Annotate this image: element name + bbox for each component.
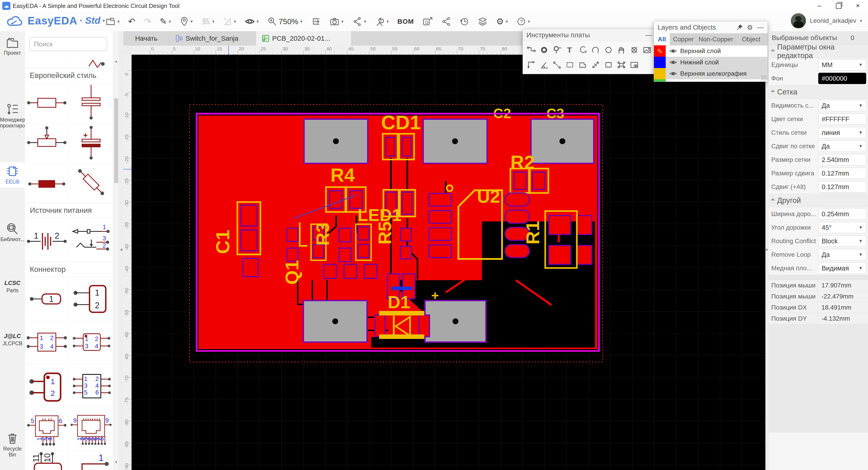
silkscreen-label[interactable]: LED1 bbox=[358, 206, 401, 225]
layer-color-bottom[interactable] bbox=[654, 57, 666, 68]
export-gerber-button[interactable]: G bbox=[420, 14, 436, 29]
layers-tab-object[interactable]: Object bbox=[735, 33, 767, 45]
track-width-input[interactable]: 0.254mm bbox=[818, 208, 866, 220]
layers-tab-all[interactable]: All bbox=[654, 33, 670, 45]
zoom-control[interactable]: 750% ▾ bbox=[265, 14, 305, 29]
lib-item-rj11-jack[interactable]: 5 6 1234 bbox=[25, 408, 69, 451]
eye-icon[interactable] bbox=[669, 60, 677, 65]
bom-button[interactable]: BOM bbox=[395, 14, 416, 29]
snap-size-input[interactable]: 0.127mm bbox=[818, 168, 866, 179]
share-button[interactable] bbox=[439, 14, 454, 29]
tab-start[interactable]: Начать bbox=[123, 31, 169, 45]
grid-size-input[interactable]: 2.540mm bbox=[818, 154, 866, 165]
file-menu-button[interactable]: ▾ bbox=[103, 14, 122, 29]
sidebar-item-design-manager[interactable]: Менеджер проектиро bbox=[0, 103, 25, 129]
undo-button[interactable]: ↶ bbox=[125, 14, 138, 29]
remove-loop-select[interactable]: Да▼ bbox=[818, 249, 866, 260]
lib-item-rj45-jack[interactable]: 9 9 12345678 bbox=[69, 408, 113, 451]
grid-style-select[interactable]: линия▼ bbox=[818, 127, 866, 138]
tool-solid-region[interactable] bbox=[576, 57, 589, 72]
history-button[interactable] bbox=[457, 14, 472, 29]
tool-track[interactable] bbox=[525, 42, 537, 57]
help-button[interactable]: ? ▾ bbox=[514, 14, 533, 29]
tool-image[interactable] bbox=[641, 42, 653, 57]
snap-select[interactable]: Да▼ bbox=[818, 140, 866, 152]
layer-manager-button[interactable] bbox=[475, 14, 490, 29]
lib-item-partial-zigzag[interactable] bbox=[69, 57, 113, 68]
align-button[interactable]: ▾ bbox=[199, 14, 217, 29]
close-button[interactable]: × bbox=[850, 1, 866, 10]
lib-item-potentiometer[interactable] bbox=[25, 123, 69, 163]
layers-panel-title[interactable]: Layers and Objects ⚙ — bbox=[654, 22, 767, 33]
tool-angle[interactable] bbox=[537, 57, 550, 72]
tool-dimension[interactable] bbox=[525, 57, 537, 72]
right-panel-divider[interactable]: ▶ bbox=[765, 31, 769, 470]
tab-schematic[interactable]: Switch_for_Sanja bbox=[169, 31, 256, 45]
lib-item-battery[interactable]: 12 bbox=[25, 218, 69, 262]
lib-item-connector-2pin-key[interactable]: 12 bbox=[25, 364, 69, 407]
eye-icon[interactable] bbox=[669, 49, 677, 54]
lib-item-connector-4pin-key[interactable]: 1324 bbox=[69, 320, 113, 364]
pcb-canvas[interactable]: C2 C3 CD1 bbox=[131, 55, 765, 470]
section-editor-params[interactable]: Параметры окна редактора bbox=[769, 44, 868, 58]
track-angle-select[interactable]: 45°▼ bbox=[818, 222, 866, 233]
lib-item-dc-jack[interactable]: 132 bbox=[69, 218, 113, 262]
tool-measure[interactable] bbox=[589, 57, 602, 72]
scrollbar-thumb[interactable] bbox=[114, 98, 118, 183]
sidebar-item-jlcpcb[interactable]: J@LC JLCPCB bbox=[0, 333, 25, 347]
lib-item-resistor-filled[interactable] bbox=[25, 163, 69, 203]
lib-item-resistor-diagonal[interactable] bbox=[69, 163, 113, 203]
tool-circle[interactable] bbox=[602, 42, 615, 57]
view-button[interactable]: ▾ bbox=[242, 14, 261, 29]
layer-color-topsilk[interactable] bbox=[654, 68, 666, 79]
grid-color-input[interactable]: #FFFFFF bbox=[818, 114, 866, 125]
tool-arc[interactable] bbox=[576, 42, 589, 57]
layers-tab-noncopper[interactable]: Non-Copper bbox=[697, 33, 735, 45]
tool-group[interactable] bbox=[615, 57, 628, 72]
minimize-button[interactable]: – bbox=[811, 1, 827, 10]
lib-item-connector-6pin[interactable]: 135246 bbox=[69, 364, 113, 407]
lib-item-polarized-capacitor[interactable]: + bbox=[69, 123, 113, 163]
easyeda-logo[interactable]: EasyEDA · Std ▾ bbox=[6, 13, 105, 28]
layer-color-top[interactable]: ✎ bbox=[654, 45, 666, 57]
scroll-up-icon[interactable]: ▲ bbox=[114, 59, 119, 63]
user-menu[interactable]: Leonid_arkadjev ▾ bbox=[791, 13, 862, 29]
alt-snap-input[interactable]: 0.127mm bbox=[818, 181, 866, 192]
maximize-button[interactable] bbox=[831, 1, 846, 10]
layers-tab-copper[interactable]: Copper bbox=[670, 33, 697, 45]
flip-button[interactable]: ▾ bbox=[220, 14, 239, 29]
minimize-panel-icon[interactable]: — bbox=[757, 24, 764, 31]
section-grid[interactable]: Сетка bbox=[769, 85, 868, 99]
scroll-down-icon[interactable]: ▼ bbox=[114, 460, 119, 464]
sidebar-item-eelib[interactable]: EELib bbox=[0, 162, 25, 188]
lib-item-partial-multipin[interactable]: 1110 bbox=[25, 451, 69, 470]
tool-panelize[interactable] bbox=[628, 57, 641, 72]
eye-icon[interactable] bbox=[669, 71, 677, 76]
tool-via[interactable] bbox=[550, 42, 563, 57]
collapse-right-icon[interactable]: ▶ bbox=[766, 248, 769, 251]
tool-arc-cw[interactable] bbox=[589, 42, 602, 57]
panel-resize-handle[interactable] bbox=[761, 75, 767, 81]
lib-item-partial[interactable] bbox=[25, 57, 69, 68]
lib-item-partial-corner[interactable]: 1 bbox=[69, 451, 113, 470]
redo-button[interactable]: ↷ bbox=[141, 14, 154, 29]
tool-connect-pad[interactable] bbox=[550, 57, 563, 72]
sidebar-item-project[interactable]: Проект bbox=[0, 36, 25, 56]
tool-text[interactable]: T bbox=[563, 42, 576, 57]
panel-gear-icon[interactable]: ⚙ bbox=[747, 24, 753, 31]
tool-rect[interactable] bbox=[602, 57, 615, 72]
snapshot-button[interactable]: ▾ bbox=[327, 14, 346, 29]
collapse-left-icon[interactable]: ◀ bbox=[120, 248, 123, 251]
import-button[interactable] bbox=[308, 14, 324, 29]
tool-hole[interactable] bbox=[628, 42, 641, 57]
sidebar-item-libraries[interactable]: Библиот... bbox=[0, 222, 25, 243]
lib-item-connector-2pin[interactable]: 12 bbox=[69, 277, 113, 320]
route-button[interactable]: ▾ bbox=[349, 14, 369, 29]
tab-pcb[interactable]: PCB_2020-02-01... bbox=[256, 31, 351, 45]
background-color-input[interactable]: #000000 bbox=[818, 73, 866, 84]
tool-copper-area[interactable] bbox=[563, 57, 576, 72]
tools-button[interactable]: ▾ bbox=[372, 14, 392, 29]
sidebar-item-lcsc-parts[interactable]: LCSC Parts bbox=[0, 280, 25, 293]
search-input[interactable] bbox=[29, 37, 107, 51]
board-tools-title[interactable]: Инструменты платы— bbox=[523, 29, 656, 41]
